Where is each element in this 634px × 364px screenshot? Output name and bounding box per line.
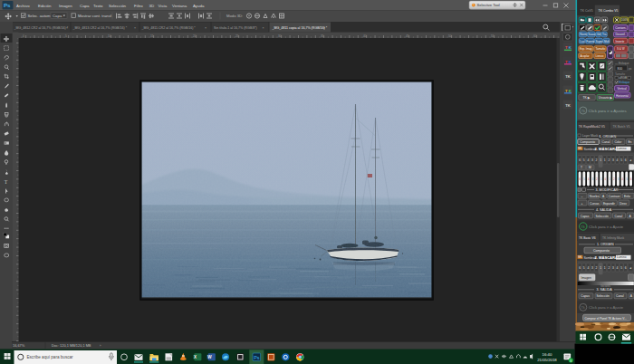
svg-text:16,67%: 16,67% bbox=[13, 343, 25, 348]
svg-text:Capas: Capas bbox=[581, 215, 590, 218]
svg-text:Canal: Canal bbox=[616, 294, 624, 298]
svg-text:_MG_4812.CR2 al 16,7% (RGB/16): _MG_4812.CR2 al 16,7% (RGB/16) * bbox=[14, 26, 69, 30]
svg-text:50: 50 bbox=[448, 34, 452, 38]
svg-text:Contraer: Contraer bbox=[609, 195, 621, 198]
svg-text:Filtro: Filtro bbox=[134, 4, 143, 8]
svg-text:Capas: Capas bbox=[581, 294, 590, 298]
svg-text:T: T bbox=[565, 89, 568, 93]
svg-text:Modo 3D:: Modo 3D: bbox=[226, 14, 243, 18]
svg-text:25: 25 bbox=[235, 34, 239, 38]
svg-text:Vectores: Vectores bbox=[600, 284, 610, 288]
svg-text:5: 5 bbox=[620, 158, 622, 162]
svg-text:aRGB: aRGB bbox=[620, 76, 627, 80]
svg-text:TK RapidMask2 V5: TK RapidMask2 V5 bbox=[579, 125, 605, 129]
svg-text:Imagen: Imagen bbox=[581, 276, 591, 280]
svg-text:Norm: Norm bbox=[580, 33, 587, 36]
svg-text:1: 1 bbox=[604, 266, 606, 270]
svg-text:Selec. autom:: Selec. autom: bbox=[28, 14, 52, 18]
svg-text:Exp. Imag.: Exp. Imag. bbox=[580, 47, 593, 51]
svg-text:35: 35 bbox=[321, 34, 324, 38]
svg-text:Capa: Capa bbox=[80, 4, 90, 8]
svg-text:3: 3 bbox=[591, 266, 593, 270]
svg-text:Selección: Selección bbox=[596, 215, 609, 218]
svg-text:Archivo: Archivo bbox=[16, 4, 30, 8]
svg-text:800: 800 bbox=[618, 67, 623, 71]
svg-text:×: × bbox=[263, 26, 264, 30]
svg-text:T: T bbox=[5, 179, 8, 185]
svg-text:60: 60 bbox=[533, 34, 537, 38]
svg-text:S & W: S & W bbox=[617, 47, 625, 51]
svg-text:1: 1 bbox=[604, 158, 606, 162]
svg-text:SEL: SEL bbox=[578, 255, 583, 259]
svg-text:TK Infinity Mask: TK Infinity Mask bbox=[602, 236, 624, 240]
svg-text:SEL: SEL bbox=[578, 147, 583, 150]
svg-text:TK Basic V6: TK Basic V6 bbox=[579, 236, 596, 240]
svg-text:5: 5 bbox=[583, 158, 585, 162]
svg-text:4: 4 bbox=[587, 266, 589, 270]
svg-text:3D: 3D bbox=[149, 4, 155, 8]
svg-text:TK ▶: TK ▶ bbox=[583, 96, 591, 100]
svg-text:_MG_4811 copia al 16,7% (RGB/1: _MG_4811 copia al 16,7% (RGB/16) * bbox=[272, 26, 328, 30]
svg-text:Ps: Ps bbox=[254, 355, 260, 360]
svg-text:Escribe aquí para buscar: Escribe aquí para buscar bbox=[27, 355, 74, 359]
svg-text:1. ORIGEN: 1. ORIGEN bbox=[597, 243, 614, 246]
svg-text:Vertical: Vertical bbox=[618, 87, 627, 91]
svg-text:Contorn.: Contorn. bbox=[615, 26, 626, 30]
svg-text:Compuesto: Compuesto bbox=[580, 140, 595, 144]
svg-text:Enfo: Enfo bbox=[624, 195, 630, 198]
svg-text:TK Combo V5: TK Combo V5 bbox=[599, 9, 619, 13]
svg-text:×: × bbox=[205, 26, 207, 30]
svg-text:Selección: Selección bbox=[597, 294, 610, 298]
svg-text:TK CoV5: TK CoV5 bbox=[581, 9, 593, 13]
svg-text:5: 5 bbox=[620, 266, 622, 270]
svg-text:15: 15 bbox=[150, 34, 154, 38]
svg-text:Ayuda: Ayuda bbox=[193, 4, 205, 8]
svg-text:Lumino: Lumino bbox=[617, 147, 627, 150]
svg-text:21/05/2018: 21/05/2018 bbox=[537, 358, 557, 362]
svg-text:Mostrar cont. transf.: Mostrar cont. transf. bbox=[78, 14, 112, 18]
svg-text:5: 5 bbox=[583, 266, 585, 270]
svg-text:1: 1 bbox=[600, 158, 601, 162]
svg-text:×: × bbox=[66, 26, 68, 30]
svg-text:2: 2 bbox=[596, 266, 598, 270]
svg-text:Suave: Suave bbox=[588, 33, 596, 36]
svg-text:6: 6 bbox=[579, 158, 581, 162]
svg-text:40: 40 bbox=[363, 34, 367, 38]
svg-text:30: 30 bbox=[278, 34, 282, 38]
svg-text:Horizontal: Horizontal bbox=[616, 94, 629, 98]
svg-text:4. SALIDA: 4. SALIDA bbox=[596, 208, 612, 212]
svg-text:4: 4 bbox=[617, 266, 619, 270]
svg-text:_MG_4811.CR2 al 16,7% (RGB/16): _MG_4811.CR2 al 16,7% (RGB/16) * bbox=[141, 26, 197, 30]
svg-text:Fuente: Fuente bbox=[586, 40, 595, 43]
svg-text:Tamaño: Tamaño bbox=[615, 72, 625, 76]
svg-text:+: + bbox=[581, 202, 583, 206]
svg-text:2. MÁSCARA: 2. MÁSCARA bbox=[595, 147, 619, 151]
svg-text:Niveles: Niveles bbox=[590, 195, 600, 198]
svg-text:10: 10 bbox=[108, 34, 111, 38]
svg-text:W: W bbox=[207, 355, 212, 359]
svg-text:Super: Super bbox=[596, 40, 603, 43]
svg-text:Texto: Texto bbox=[93, 4, 103, 8]
svg-text:En: En bbox=[628, 140, 631, 144]
svg-text:×: × bbox=[134, 26, 136, 30]
svg-text:TK Batch V5: TK Batch V5 bbox=[613, 125, 630, 129]
svg-text:3: 3 bbox=[612, 158, 614, 162]
svg-text:Canal: Canal bbox=[602, 140, 610, 144]
svg-text:T: T bbox=[565, 45, 568, 50]
svg-text:5: 5 bbox=[65, 34, 67, 38]
svg-text:1: 1 bbox=[600, 266, 601, 270]
svg-text:2: 2 bbox=[608, 158, 610, 162]
svg-text:TK: TK bbox=[565, 103, 572, 108]
svg-text:–: – bbox=[581, 195, 583, 198]
svg-text:Desenf.: Desenf. bbox=[616, 33, 626, 36]
svg-text:Capa: Capa bbox=[53, 14, 62, 18]
svg-text:2. MÁSCARA: 2. MÁSCARA bbox=[595, 255, 619, 260]
svg-text:Canal: Canal bbox=[615, 215, 623, 218]
svg-text:Lienzo: Lienzo bbox=[596, 54, 604, 58]
svg-text:Comprar el Panel TK Actions V.: Comprar el Panel TK Actions V... bbox=[585, 317, 627, 321]
svg-text:Expandir: Expandir bbox=[603, 202, 616, 206]
svg-text:20: 20 bbox=[193, 34, 197, 38]
svg-text:6: 6 bbox=[579, 266, 581, 270]
svg-text:Tamaño: Tamaño bbox=[596, 47, 606, 51]
svg-text:Doc: 120,1 MB/120,1 MB: Doc: 120,1 MB/120,1 MB bbox=[52, 343, 91, 348]
